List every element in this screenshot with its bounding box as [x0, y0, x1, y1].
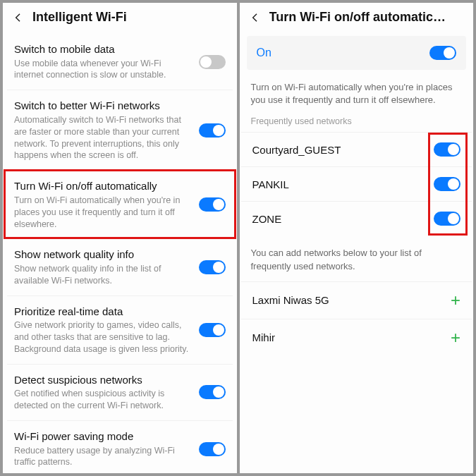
- network-name: ZONE: [252, 213, 282, 225]
- item-title: Detect suspicious networks: [14, 373, 192, 387]
- master-toggle[interactable]: [429, 46, 456, 60]
- network-name: Mihir: [252, 331, 276, 343]
- section-label-frequent: Frequently used networks: [240, 115, 474, 132]
- plus-icon[interactable]: +: [451, 329, 460, 346]
- item-text: Turn Wi-Fi on/off automaticallyTurn on W…: [14, 179, 192, 230]
- header: Intelligent Wi-Fi: [3, 3, 237, 33]
- item-title: Prioritize real-time data: [14, 305, 192, 319]
- header: Turn Wi-Fi on/off automatic…: [240, 3, 474, 33]
- toggle-switch[interactable]: [199, 197, 226, 212]
- toggle-switch[interactable]: [434, 177, 460, 191]
- info-text-add: You can add networks below to your list …: [240, 236, 474, 281]
- network-name: Laxmi Niwas 5G: [252, 294, 329, 306]
- item-title: Switch to better Wi-Fi networks: [14, 99, 192, 113]
- plus-icon[interactable]: +: [451, 292, 460, 309]
- settings-item[interactable]: Prioritize real-time dataGive network pr…: [7, 295, 233, 364]
- page-title: Turn Wi-Fi on/off automatic…: [269, 10, 446, 25]
- item-text: Show network quality infoShow network qu…: [14, 248, 192, 286]
- item-title: Switch to mobile data: [14, 42, 192, 56]
- toggle-switch[interactable]: [199, 323, 226, 337]
- info-text: Turn on Wi-Fi automatically when you're …: [240, 74, 474, 115]
- settings-item[interactable]: Switch to better Wi-Fi networksAutomatic…: [7, 90, 233, 170]
- toggle-switch[interactable]: [199, 123, 226, 138]
- master-toggle-card[interactable]: On: [247, 36, 467, 70]
- settings-item[interactable]: Turn Wi-Fi on/off automaticallyTurn on W…: [4, 170, 236, 238]
- item-title: Show network quality info: [14, 248, 192, 262]
- addable-networks-list: Laxmi Niwas 5G+Mihir+: [240, 281, 474, 356]
- toggle-switch[interactable]: [199, 385, 226, 399]
- page-title: Intelligent Wi-Fi: [32, 10, 127, 25]
- back-icon[interactable]: [250, 12, 261, 23]
- network-item[interactable]: ZONE: [241, 201, 472, 236]
- item-text: Switch to mobile dataUse mobile data whe…: [14, 42, 192, 81]
- item-title: Turn Wi-Fi on/off automatically: [14, 179, 192, 193]
- addable-network-item[interactable]: Laxmi Niwas 5G+: [241, 281, 472, 319]
- settings-item[interactable]: Show network quality infoShow network qu…: [7, 238, 233, 295]
- content: On Turn on Wi-Fi automatically when you'…: [240, 33, 474, 473]
- settings-item[interactable]: Detect suspicious networksGet notified w…: [7, 364, 233, 420]
- item-desc: Automatically switch to Wi-Fi networks t…: [14, 114, 192, 162]
- back-icon[interactable]: [13, 12, 24, 23]
- addable-network-item[interactable]: Mihir+: [241, 319, 472, 356]
- toggle-switch[interactable]: [434, 142, 460, 157]
- toggle-switch[interactable]: [199, 442, 226, 456]
- item-desc: Turn on Wi-Fi automatically when you're …: [14, 195, 192, 231]
- item-text: Detect suspicious networksGet notified w…: [14, 373, 192, 412]
- frequent-networks-list: Courtyard_GUESTPANKILZONE: [240, 132, 474, 236]
- item-text: Wi-Fi power saving modeReduce battery us…: [14, 429, 192, 468]
- network-name: PANKIL: [252, 178, 289, 190]
- item-desc: Reduce battery usage by analyzing Wi-Fi …: [14, 445, 192, 469]
- settings-item[interactable]: Switch to mobile dataUse mobile data whe…: [3, 33, 237, 90]
- toggle-switch[interactable]: [199, 260, 226, 274]
- item-title: Wi-Fi power saving mode: [14, 429, 192, 444]
- master-toggle-label: On: [257, 47, 271, 59]
- settings-screen-auto-wifi: Turn Wi-Fi on/off automatic… On Turn on …: [240, 3, 474, 473]
- toggle-switch[interactable]: [434, 212, 460, 226]
- item-desc: Give network priority to games, video ca…: [14, 319, 192, 355]
- item-desc: Get notified when suspicious activity is…: [14, 388, 192, 412]
- network-item[interactable]: PANKIL: [241, 166, 472, 201]
- item-text: Switch to better Wi-Fi networksAutomatic…: [14, 99, 192, 161]
- network-name: Courtyard_GUEST: [252, 144, 341, 156]
- toggle-switch[interactable]: [199, 55, 226, 69]
- item-text: Prioritize real-time dataGive network pr…: [14, 305, 192, 355]
- network-item[interactable]: Courtyard_GUEST: [241, 132, 472, 166]
- settings-item[interactable]: Wi-Fi power saving modeReduce battery us…: [7, 420, 233, 473]
- settings-screen-intelligent-wifi: Intelligent Wi-Fi Switch to mobile dataU…: [3, 3, 237, 473]
- item-desc: Show network quality info in the list of…: [14, 263, 192, 287]
- item-desc: Use mobile data whenever your Wi-Fi inte…: [14, 58, 192, 82]
- settings-list: Switch to mobile dataUse mobile data whe…: [3, 33, 237, 473]
